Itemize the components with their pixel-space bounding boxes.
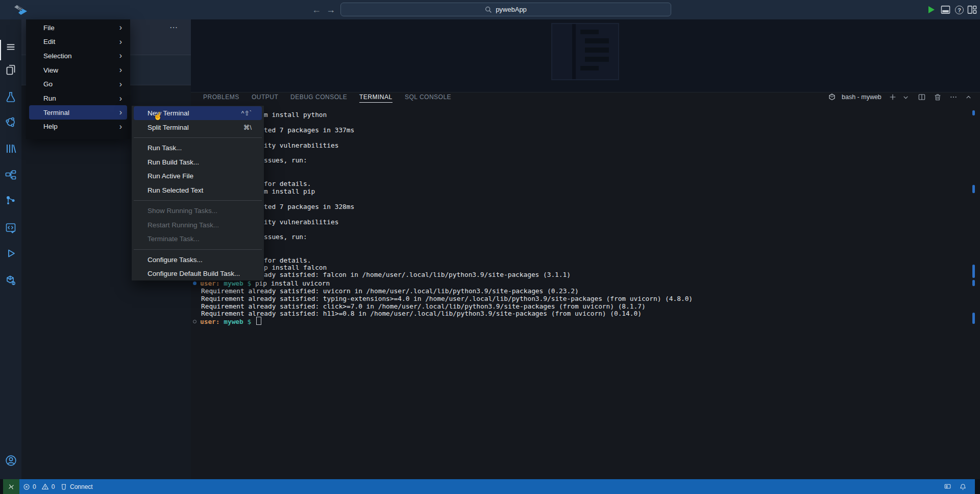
toggle-panel-button[interactable] [940,4,951,15]
submenu-item-run-build-task[interactable]: Run Build Task... [132,155,264,169]
placeholder-bar [585,38,609,43]
shortcut-hint: ^⇧` [241,109,252,117]
activity-bar [0,19,21,479]
warning-icon [41,483,49,490]
menu-item-run[interactable]: Run› [26,91,130,106]
kill-terminal-trash-icon[interactable] [934,93,942,101]
menu-item-label: Go [43,80,53,88]
connect-status-item[interactable]: Connect [60,479,93,494]
submenu-item-run-selected-text[interactable]: Run Selected Text [132,183,264,197]
search-icon [485,6,492,13]
menu-item-go[interactable]: Go› [26,77,130,91]
maximize-panel-icon[interactable] [965,94,972,101]
branch-graph-icon[interactable] [4,194,17,207]
split-terminal-icon[interactable] [918,93,926,101]
new-terminal-icon[interactable] [889,93,897,101]
placeholder-bar [580,66,599,70]
chevron-right-icon: › [119,37,122,46]
panel-tab-sql-console[interactable]: SQL CONSOLE [405,92,451,102]
notifications-bell-icon[interactable] [959,483,967,491]
run-app-button[interactable] [925,4,937,15]
menu-item-terminal[interactable]: Terminal› [29,105,127,120]
prompt-symbol: $ [243,318,255,325]
chevron-right-icon: › [119,108,122,117]
terminal-line: ted 7 packages in 328ms [264,202,354,211]
terminal-line: m install python [264,110,327,119]
files-explorer-icon[interactable] [4,63,17,77]
terminal-line: ssues, run: [264,232,307,241]
chevron-right-icon: › [119,65,122,75]
submenu-item-configure-default-build-task[interactable]: Configure Default Build Task... [132,267,264,280]
hierarchy-icon[interactable] [4,169,17,182]
beaker-tests-icon[interactable] [4,90,17,104]
submenu-item-run-task[interactable]: Run Task... [132,141,264,155]
help-button[interactable]: ? [955,6,964,14]
menu-item-edit[interactable]: Edit› [26,35,130,49]
panel-tab-output[interactable]: OUTPUT [252,92,278,102]
extensions-plug-icon[interactable] [4,274,17,287]
submenu-item-label: Configure Default Build Task... [148,270,240,277]
terminal-line: ssues, run: [264,156,307,164]
remote-indicator[interactable] [3,479,19,494]
submenu-separator [134,137,262,138]
layout-customize-button[interactable] [966,4,977,15]
menu-item-label: File [43,24,55,32]
prompt-host: myweb [220,318,243,325]
terminal-dropdown-icon[interactable] [902,94,909,101]
submenu-item-split-terminal[interactable]: Split Terminal⌘\ [132,121,264,134]
nav-forward-button[interactable]: → [325,3,337,16]
account-icon[interactable] [4,454,17,467]
terminal-line: ity vulnerabilities [264,218,338,226]
submenu-item-label: Configure Tasks... [148,256,203,264]
placeholder-bar [585,48,609,53]
panel-more-actions-icon[interactable] [949,93,958,101]
feedback-icon[interactable] [943,483,952,491]
active-view-indicator [0,40,1,60]
submenu-item-run-active-file[interactable]: Run Active File [132,169,264,183]
panel-tab-debug-console[interactable]: DEBUG CONSOLE [290,92,347,102]
menu-item-label: View [43,66,58,74]
menu-item-view[interactable]: View› [26,63,130,77]
terminal-submenu: New Terminal^⇧`Split Terminal⌘\Run Task.… [132,106,264,280]
sidebar-more-actions-button[interactable]: ⋯ [169,22,178,32]
prompt-user: user: [200,279,220,287]
terminal-line: ity vulnerabilities [264,141,338,150]
scrollbar-command-mark [972,185,975,193]
code-check-icon[interactable] [4,221,17,234]
menu-item-file[interactable]: File› [26,20,130,35]
prompt-symbol: $ [243,279,255,287]
scrollbar-command-mark [972,110,975,115]
scrollbar-command-mark [972,313,975,324]
terminal-session-icon [828,93,836,101]
search-value: pywebApp [496,6,527,13]
scrollbar-command-mark [972,280,975,286]
library-icon[interactable] [4,142,17,155]
chevron-right-icon: › [119,122,122,131]
terminal-session-label[interactable]: bash - myweb [842,93,881,101]
command-search-box[interactable]: pywebApp [340,3,671,16]
error-count: 0 [33,483,36,490]
submenu-item-restart-running-task: Restart Running Task... [132,218,264,232]
error-icon [23,483,30,490]
menu-item-label: Selection [43,52,72,60]
placeholder-divider [572,24,576,79]
submenu-separator [134,249,262,250]
submenu-item-label: Terminate Task... [148,235,200,243]
panel-tab-problems[interactable]: PROBLEMS [203,92,239,102]
connect-label: Connect [70,483,93,490]
menu-hamburger-icon[interactable] [4,40,17,54]
run-view-icon[interactable] [4,247,17,260]
menu-item-help[interactable]: Help› [26,120,130,134]
submenu-item-label: Split Terminal [148,124,189,131]
chevron-right-icon: › [119,23,122,32]
menu-item-selection[interactable]: Selection› [26,49,130,63]
nav-back-button[interactable]: ← [310,3,323,16]
chevron-right-icon: › [119,80,122,89]
command-success-dot-icon [193,281,197,285]
share-network-icon[interactable] [4,115,17,129]
app-logo-icon [13,4,29,18]
submenu-item-configure-tasks[interactable]: Configure Tasks... [132,253,264,267]
submenu-separator [134,200,262,201]
problems-status-item[interactable]: 0 0 [23,479,55,494]
panel-tab-terminal[interactable]: TERMINAL [359,92,393,103]
